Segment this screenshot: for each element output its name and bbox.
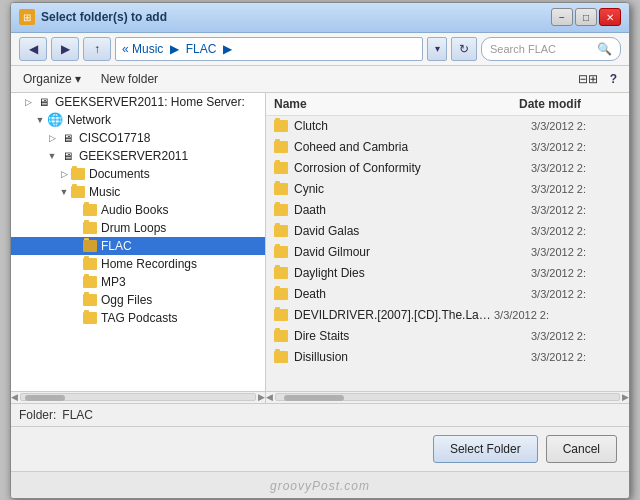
action-bar: Select Folder Cancel [11,426,629,471]
folder-icon [274,288,288,300]
expander-icon [69,203,83,217]
list-item[interactable]: Daylight Dies 3/3/2012 2: [266,263,629,284]
tree-label: Home Recordings [101,257,197,271]
folder-icon [83,258,97,270]
expander-icon [69,275,83,289]
select-folder-dialog: ⊞ Select folder(s) to add − □ ✕ ◀ ▶ ↑ « … [10,2,630,499]
search-placeholder: Search FLAC [490,43,556,55]
address-bar: ◀ ▶ ↑ « Music ▶ FLAC ▶ ▾ ↻ Search FLAC 🔍 [11,33,629,66]
up-button[interactable]: ↑ [83,37,111,61]
folder-icon [274,162,288,174]
folder-icon [274,351,288,363]
list-item[interactable]: Clutch 3/3/2012 2: [266,116,629,137]
tree-item-cisco[interactable]: ▷ 🖥 CISCO17718 [11,129,265,147]
folder-icon [83,240,97,252]
expander-icon: ▷ [21,95,35,109]
folder-icon [274,309,288,321]
list-item[interactable]: David Gilmour 3/3/2012 2: [266,242,629,263]
toolbar-right: ⊟⊞ ? [574,70,621,88]
tree-label: Ogg Files [101,293,152,307]
tree-item-audiobooks[interactable]: Audio Books [11,201,265,219]
left-panel-hscroll[interactable]: ◀ ▶ [11,391,265,403]
maximize-button[interactable]: □ [575,8,597,26]
expander-icon [69,311,83,325]
column-date-header[interactable]: Date modif [519,97,609,111]
folder-icon [71,168,85,180]
tree-label: Drum Loops [101,221,166,235]
list-item[interactable]: Coheed and Cambria 3/3/2012 2: [266,137,629,158]
tree-item-oggfiles[interactable]: Ogg Files [11,291,265,309]
view-options-button[interactable]: ⊟⊞ [574,70,602,88]
hscroll-thumb[interactable] [25,395,65,401]
list-item[interactable]: Corrosion of Conformity 3/3/2012 2: [266,158,629,179]
hscroll-right-btn[interactable]: ▶ [258,392,265,402]
expander-icon [69,239,83,253]
tree-label: GEEKSERVER2011 [79,149,188,163]
tree-item-network[interactable]: ▼ 🌐 Network [11,111,265,129]
close-button[interactable]: ✕ [599,8,621,26]
path-dropdown-button[interactable]: ▾ [427,37,447,61]
folder-name-bar: Folder: FLAC [11,403,629,426]
tree-item-mp3[interactable]: MP3 [11,273,265,291]
tree-item-tagpodcasts[interactable]: TAG Podcasts [11,309,265,327]
column-name-header[interactable]: Name [274,97,519,111]
address-path[interactable]: « Music ▶ FLAC ▶ [115,37,423,61]
folder-icon [274,246,288,258]
list-item[interactable]: DEVILDRIVER.[2007].[CD].The.Last.Kind...… [266,305,629,326]
list-item[interactable]: Dire Staits 3/3/2012 2: [266,326,629,347]
expander-icon: ▼ [57,185,71,199]
tree-item-documents[interactable]: ▷ Documents [11,165,265,183]
tree-item-server-root[interactable]: ▷ 🖥 GEEKSERVER2011: Home Server: [11,93,265,111]
folder-icon [274,183,288,195]
hscroll-right-btn[interactable]: ▶ [622,392,629,402]
folder-icon [274,225,288,237]
back-button[interactable]: ◀ [19,37,47,61]
list-item[interactable]: Daath 3/3/2012 2: [266,200,629,221]
server-icon: 🖥 [59,149,75,163]
hscroll-left-btn[interactable]: ◀ [266,392,273,402]
right-panel-hscroll[interactable]: ◀ ▶ [266,391,629,403]
select-folder-button[interactable]: Select Folder [433,435,538,463]
refresh-button[interactable]: ↻ [451,37,477,61]
server-icon: 🖥 [35,95,51,109]
tree-item-music[interactable]: ▼ Music [11,183,265,201]
list-item[interactable]: Cynic 3/3/2012 2: [266,179,629,200]
toolbar: Organize ▾ New folder ⊟⊞ ? [11,66,629,93]
list-item[interactable]: David Galas 3/3/2012 2: [266,221,629,242]
file-list: Clutch 3/3/2012 2: Coheed and Cambria 3/… [266,116,629,391]
tree-item-flac[interactable]: FLAC [11,237,265,255]
list-item[interactable]: Disillusion 3/3/2012 2: [266,347,629,368]
folder-icon [83,204,97,216]
search-icon: 🔍 [597,42,612,56]
folder-icon [274,120,288,132]
forward-button[interactable]: ▶ [51,37,79,61]
tree-item-geekserver[interactable]: ▼ 🖥 GEEKSERVER2011 [11,147,265,165]
hscroll-left-btn[interactable]: ◀ [11,392,18,402]
expander-icon: ▼ [45,149,59,163]
organize-button[interactable]: Organize ▾ [19,70,85,88]
folder-tree: ▷ 🖥 GEEKSERVER2011: Home Server: ▼ 🌐 Net… [11,93,266,391]
folder-icon [83,276,97,288]
help-button[interactable]: ? [606,70,621,88]
tree-item-homerecordings[interactable]: Home Recordings [11,255,265,273]
hscroll-thumb[interactable] [284,395,344,401]
expander-icon [69,221,83,235]
new-folder-label: New folder [101,72,158,86]
expander-icon: ▼ [33,113,47,127]
folder-icon [274,204,288,216]
watermark: groovyPost.com [11,471,629,498]
new-folder-button[interactable]: New folder [97,70,162,88]
tree-label: TAG Podcasts [101,311,177,325]
title-bar-left: ⊞ Select folder(s) to add [19,9,167,25]
organize-label: Organize [23,72,72,86]
title-bar: ⊞ Select folder(s) to add − □ ✕ [11,3,629,33]
minimize-button[interactable]: − [551,8,573,26]
search-box[interactable]: Search FLAC 🔍 [481,37,621,61]
tree-item-drumloops[interactable]: Drum Loops [11,219,265,237]
expander-icon [69,257,83,271]
main-content: ▷ 🖥 GEEKSERVER2011: Home Server: ▼ 🌐 Net… [11,93,629,403]
expander-icon: ▷ [45,131,59,145]
cancel-button[interactable]: Cancel [546,435,617,463]
list-item[interactable]: Death 3/3/2012 2: [266,284,629,305]
dialog-icon: ⊞ [19,9,35,25]
